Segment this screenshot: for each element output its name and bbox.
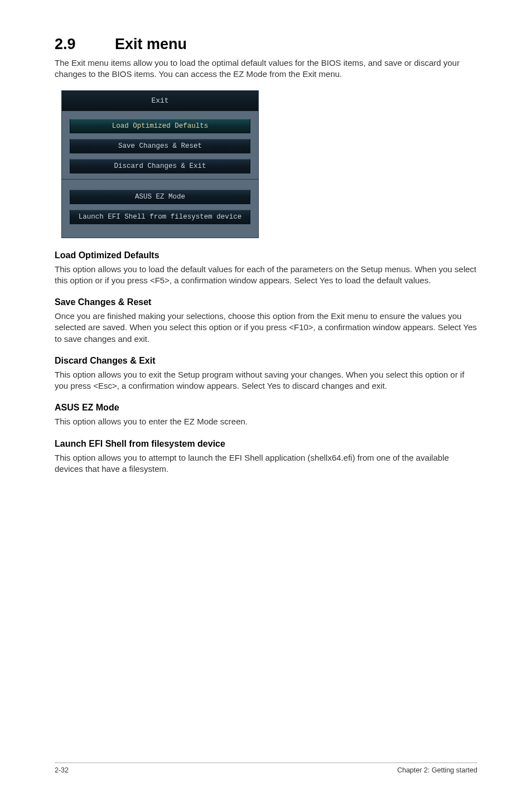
body-asus-ez-mode: This option allows you to enter the EZ M… bbox=[55, 416, 477, 427]
page-title: 2.9Exit menu bbox=[55, 36, 477, 53]
bios-divider bbox=[62, 179, 258, 180]
body-save-changes-reset: Once you are finished making your select… bbox=[55, 311, 477, 345]
footer-chapter: Chapter 2: Getting started bbox=[397, 766, 477, 774]
bios-screenshot: Exit Load Optimized Defaults Save Change… bbox=[61, 90, 477, 238]
body-discard-changes-exit: This option allows you to exit the Setup… bbox=[55, 369, 477, 392]
body-load-optimized-defaults: This option allows you to load the defau… bbox=[55, 264, 477, 287]
bios-item-save-changes-reset[interactable]: Save Changes & Reset bbox=[70, 139, 250, 153]
intro-paragraph: The Exit menu items allow you to load th… bbox=[55, 57, 477, 80]
bios-exit-panel: Exit Load Optimized Defaults Save Change… bbox=[61, 90, 259, 238]
page-footer: 2-32 Chapter 2: Getting started bbox=[55, 762, 477, 774]
footer-page-number: 2-32 bbox=[55, 766, 69, 774]
heading-asus-ez-mode: ASUS EZ Mode bbox=[55, 403, 477, 413]
bios-item-discard-changes-exit[interactable]: Discard Changes & Exit bbox=[70, 159, 250, 173]
heading-load-optimized-defaults: Load Optimized Defaults bbox=[55, 250, 477, 260]
section-number: 2.9 bbox=[55, 36, 115, 53]
heading-save-changes-reset: Save Changes & Reset bbox=[55, 297, 477, 307]
body-launch-efi-shell: This option allows you to attempt to lau… bbox=[55, 452, 477, 475]
bios-panel-header: Exit bbox=[62, 91, 258, 111]
bios-item-load-optimized-defaults[interactable]: Load Optimized Defaults bbox=[70, 119, 250, 133]
heading-launch-efi-shell: Launch EFI Shell from filesystem device bbox=[55, 439, 477, 449]
heading-discard-changes-exit: Discard Changes & Exit bbox=[55, 356, 477, 366]
section-title-text: Exit menu bbox=[115, 36, 187, 52]
bios-item-asus-ez-mode[interactable]: ASUS EZ Mode bbox=[70, 190, 250, 204]
bios-item-launch-efi-shell[interactable]: Launch EFI Shell from filesystem device bbox=[70, 210, 250, 224]
